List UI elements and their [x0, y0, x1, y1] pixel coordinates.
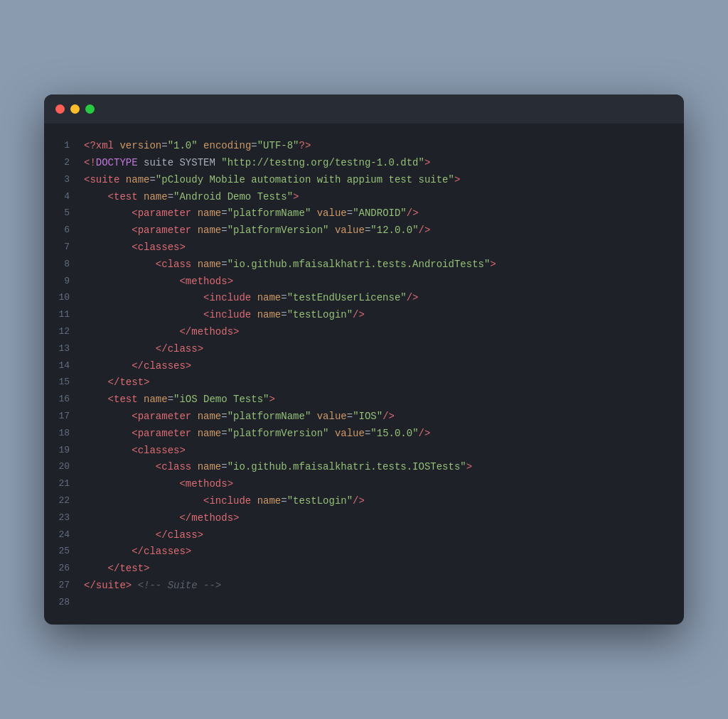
tag-name-token: xml: [96, 140, 114, 151]
plain-token: [84, 394, 108, 405]
tag-bracket-token: >: [424, 157, 430, 168]
minimize-button[interactable]: [70, 104, 80, 114]
line-number: 5: [58, 205, 84, 221]
plain-token: [84, 377, 108, 388]
attr-value-token: "platformVersion": [228, 225, 329, 236]
tag-bracket-token: >: [228, 276, 233, 287]
code-editor[interactable]: 1<?xml version="1.0" encoding="UTF-8"?>2…: [44, 124, 684, 625]
plain-token: [198, 140, 203, 151]
attr-name-token: name: [198, 428, 222, 439]
tag-name-token: include: [209, 292, 251, 303]
plain-token: [191, 461, 197, 472]
line-content: <include name="testEndUserLicense"/>: [84, 290, 419, 307]
attr-value-token: "http://testng.org/testng-1.0.dtd": [221, 157, 424, 168]
attr-value-token: "pCloudy Mobile automation with appium t…: [156, 174, 454, 185]
plain-token: suite SYSTEM: [138, 157, 222, 168]
attr-value-token: "Android Demo Tests": [173, 191, 293, 202]
attr-name-token: encoding: [203, 140, 251, 151]
line-number: 10: [58, 290, 84, 306]
attr-name-token: name: [198, 461, 222, 472]
code-line: 16 <test name="iOS Demo Tests">: [44, 391, 684, 409]
maximize-button[interactable]: [85, 104, 95, 114]
plain-token: [84, 546, 132, 557]
plain-token: [119, 174, 125, 185]
plain-token: [84, 225, 132, 236]
plain-token: [84, 478, 179, 490]
line-content: <classes>: [84, 443, 186, 460]
tag-bracket-token: >: [186, 360, 191, 372]
tag-bracket-token: </: [132, 360, 144, 372]
plain-token: =: [161, 140, 167, 151]
plain-token: [84, 461, 156, 472]
attr-name-token: name: [257, 309, 282, 320]
attr-value-token: "UTF-8": [257, 140, 299, 151]
plain-token: [84, 259, 156, 270]
plain-token: [84, 326, 179, 337]
plain-token: =: [149, 174, 155, 185]
line-number: 4: [58, 189, 84, 205]
tag-bracket-token: >: [454, 174, 460, 185]
tag-bracket-token: >: [179, 242, 185, 253]
plain-token: [84, 512, 179, 524]
tag-name-token: include: [209, 309, 251, 320]
plain-token: [251, 495, 257, 507]
tag-bracket-token: >: [186, 546, 191, 557]
attr-value-token: "testEndUserLicense": [287, 292, 407, 303]
line-number: 7: [58, 239, 84, 255]
code-line: 6 <parameter name="platformVersion" valu…: [44, 222, 684, 239]
attr-name-token: value: [317, 207, 347, 219]
tag-bracket-token: />: [353, 309, 365, 320]
tag-name-token: test: [114, 191, 138, 202]
tag-bracket-token: <: [156, 461, 161, 472]
tag-name-token: parameter: [138, 428, 192, 439]
line-number: 6: [58, 222, 84, 238]
plain-token: [251, 309, 257, 320]
code-line: 11 <include name="testLogin"/>: [44, 307, 684, 324]
tag-bracket-token: >: [198, 343, 203, 355]
tag-name-token: methods: [186, 478, 228, 490]
plain-token: [84, 445, 132, 456]
plain-token: =: [221, 461, 227, 472]
comment-token: <!-- Suite -->: [138, 580, 222, 591]
tag-bracket-token: />: [419, 225, 431, 236]
plain-token: =: [347, 411, 353, 422]
plain-token: [84, 411, 132, 422]
plain-token: [84, 495, 203, 507]
plain-token: =: [221, 259, 227, 270]
plain-token: [84, 563, 108, 574]
code-line: 22 <include name="testLogin"/>: [44, 493, 684, 510]
tag-bracket-token: >: [233, 326, 239, 337]
line-content: <include name="testLogin"/>: [84, 493, 365, 510]
tag-name-token: methods: [191, 326, 233, 337]
attr-value-token: "io.github.mfaisalkhatri.tests.IOSTests": [228, 461, 466, 472]
line-number: 9: [58, 274, 84, 289]
plain-token: [84, 309, 203, 320]
plain-token: [191, 259, 197, 270]
tag-bracket-token: <: [132, 411, 137, 422]
attr-value-token: "testLogin": [287, 309, 353, 320]
attr-value-token: "1.0": [168, 140, 198, 151]
tag-bracket-token: >: [269, 394, 274, 405]
code-line: 28: [44, 595, 684, 610]
tag-name-token: classes: [144, 360, 186, 372]
plain-token: =: [221, 207, 227, 219]
code-line: 21 <methods>: [44, 476, 684, 493]
tag-bracket-token: >: [233, 512, 239, 524]
tag-bracket-token: >: [126, 580, 132, 591]
code-line: 9 <methods>: [44, 274, 684, 291]
code-line: 23 </methods>: [44, 510, 684, 527]
plain-token: [191, 225, 197, 236]
line-content: </classes>: [84, 358, 191, 375]
plain-token: =: [281, 309, 287, 320]
plain-token: =: [347, 207, 353, 219]
plain-token: =: [281, 495, 287, 507]
line-number: 8: [58, 256, 84, 272]
plain-token: [84, 242, 132, 253]
code-line: 3<suite name="pCloudy Mobile automation …: [44, 172, 684, 189]
close-button[interactable]: [55, 104, 65, 114]
line-number: 20: [58, 459, 84, 475]
tag-bracket-token: <: [132, 242, 137, 253]
attr-name-token: value: [335, 225, 365, 236]
line-content: <test name="iOS Demo Tests">: [84, 391, 275, 409]
plain-token: =: [251, 140, 257, 151]
